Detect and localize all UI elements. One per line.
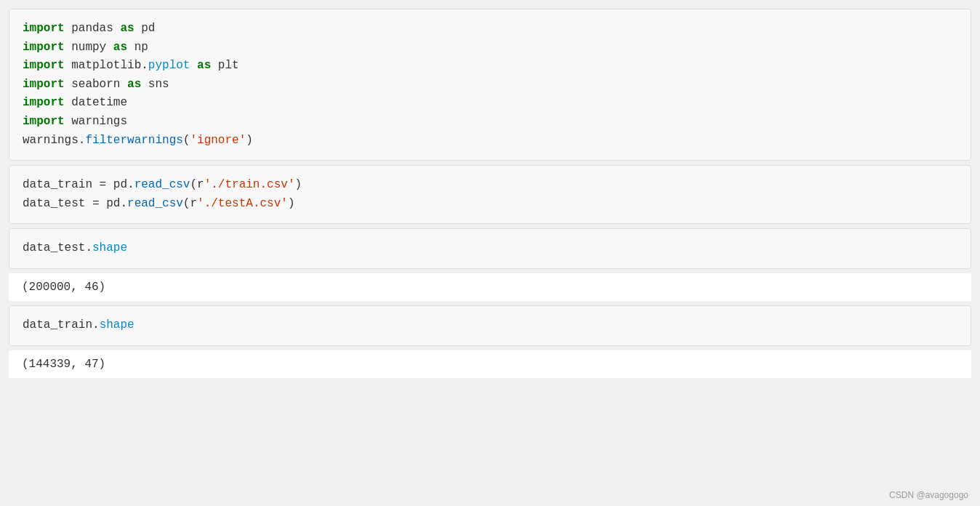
code-token: './testA.csv': [197, 197, 288, 210]
code-token: pd.: [113, 178, 134, 191]
code-token: shape: [92, 241, 127, 254]
code-token: ): [246, 134, 253, 147]
code-token: numpy: [65, 41, 113, 54]
cell-train-shape[interactable]: data_train.shape: [9, 305, 971, 346]
code-token: warnings.: [23, 134, 85, 147]
code-token: sns: [141, 78, 169, 91]
code-line: data_train.shape: [23, 316, 957, 335]
code-token: as: [113, 41, 127, 54]
code-token: (r: [183, 197, 197, 210]
code-token: plt: [211, 59, 238, 72]
code-line: warnings.filterwarnings('ignore'): [23, 132, 957, 150]
code-line: import matplotlib.pyplot as plt: [23, 57, 957, 76]
code-token: pd: [134, 22, 156, 35]
code-token: import: [23, 96, 65, 109]
code-token: './train.csv': [204, 178, 295, 191]
code-token: =: [85, 197, 106, 210]
code-token: import: [23, 59, 65, 72]
cell-imports[interactable]: import pandas as pdimport numpy as npimp…: [9, 9, 971, 161]
cell-test-shape[interactable]: data_test.shape: [9, 228, 971, 269]
code-token: pandas: [65, 22, 121, 35]
code-token: data_train.: [23, 318, 100, 332]
code-token: import: [23, 115, 65, 128]
code-line: import warnings: [23, 113, 957, 132]
code-token: import: [23, 41, 65, 54]
code-line: import seaborn as sns: [23, 76, 957, 95]
code-line: import numpy as np: [23, 39, 957, 57]
code-token: import: [23, 78, 65, 91]
code-token: (r: [190, 178, 204, 191]
code-token: seaborn: [65, 78, 127, 91]
code-line: import pandas as pd: [23, 20, 957, 39]
watermark: CSDN @avagogogo: [889, 490, 968, 500]
code-token: as: [127, 78, 141, 91]
code-token: 'ignore': [190, 134, 246, 147]
code-token: as: [197, 59, 211, 72]
code-line: import datetime: [23, 94, 957, 113]
notebook: import pandas as pdimport numpy as npimp…: [9, 9, 971, 378]
code-line: data_test.shape: [23, 239, 957, 258]
code-token: pyplot: [148, 59, 190, 72]
output-test-shape: (200000, 46): [9, 273, 971, 301]
code-token: read_csv: [127, 197, 183, 210]
code-token: ): [288, 197, 295, 210]
code-token: datetime: [65, 96, 127, 109]
code-token: =: [92, 178, 113, 191]
code-token: data_test.: [23, 241, 92, 254]
code-token: filterwarnings: [85, 134, 182, 147]
code-token: data_train: [23, 178, 92, 191]
code-token: [190, 59, 197, 72]
code-token: np: [127, 41, 148, 54]
code-token: data_test: [23, 197, 85, 210]
code-token: import: [23, 22, 65, 35]
code-token: (: [183, 134, 190, 147]
code-token: read_csv: [134, 178, 190, 191]
code-line: data_test = pd.read_csv(r'./testA.csv'): [23, 195, 957, 214]
code-token: as: [120, 22, 134, 35]
code-token: pd.: [106, 197, 127, 210]
code-token: warnings: [65, 115, 127, 128]
cell-read-csv[interactable]: data_train = pd.read_csv(r'./train.csv')…: [9, 165, 971, 224]
code-token: ): [294, 178, 302, 191]
code-token: shape: [100, 318, 134, 332]
code-line: data_train = pd.read_csv(r'./train.csv'): [23, 176, 957, 195]
code-token: matplotlib.: [65, 59, 148, 72]
output-train-shape: (144339, 47): [9, 350, 971, 378]
